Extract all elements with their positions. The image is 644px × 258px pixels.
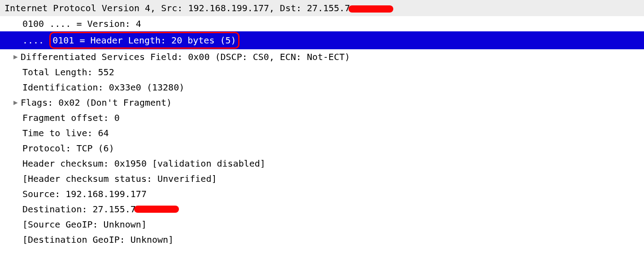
field-source-geoip-text: [Source GeoIP: Unknown]	[22, 217, 147, 232]
field-total-length[interactable]: Total Length: 552	[0, 64, 644, 80]
field-protocol-text: Protocol: TCP (6)	[22, 141, 114, 155]
field-dsf-text: Differentiated Services Field: 0x00 (DSC…	[21, 50, 350, 64]
field-checksum-status[interactable]: [Header checksum status: Unverified]	[0, 171, 644, 186]
protocol-header-row[interactable]: Internet Protocol Version 4, Src: 192.16…	[0, 0, 644, 16]
field-source-text: Source: 192.168.199.177	[22, 187, 147, 201]
field-dsf[interactable]: ▶ Differentiated Services Field: 0x00 (D…	[0, 49, 644, 64]
field-destination[interactable]: Destination: 27.155.7	[0, 202, 644, 217]
field-total-length-text: Total Length: 552	[22, 65, 114, 79]
field-checksum[interactable]: Header checksum: 0x1950 [validation disa…	[0, 156, 644, 171]
expand-icon[interactable]: ▶	[13, 97, 20, 108]
field-flags-text: Flags: 0x02 (Don't Fragment)	[21, 95, 172, 110]
redaction-mark	[348, 5, 393, 13]
field-checksum-status-text: [Header checksum status: Unverified]	[22, 172, 217, 186]
field-header-length[interactable]: .... 0101 = Header Length: 20 bytes (5)	[0, 31, 644, 49]
field-dest-geoip-text: [Destination GeoIP: Unknown]	[22, 232, 174, 247]
field-version-text: 0100 .... = Version: 4	[22, 17, 141, 31]
protocol-header-text: Internet Protocol Version 4, Src: 192.16…	[4, 3, 350, 13]
field-source[interactable]: Source: 192.168.199.177	[0, 186, 644, 202]
highlight-box: 0101 = Header Length: 20 bytes (5)	[49, 32, 239, 49]
field-version[interactable]: 0100 .... = Version: 4	[0, 16, 644, 31]
field-identification[interactable]: Identification: 0x33e0 (13280)	[0, 80, 644, 95]
field-checksum-text: Header checksum: 0x1950 [validation disa…	[22, 156, 265, 171]
field-ttl[interactable]: Time to live: 64	[0, 125, 644, 141]
field-flags[interactable]: ▶ Flags: 0x02 (Don't Fragment)	[0, 95, 644, 110]
field-dest-geoip[interactable]: [Destination GeoIP: Unknown]	[0, 232, 644, 247]
field-destination-text: Destination: 27.155.7	[22, 202, 136, 216]
field-header-length-prefix: ....	[22, 35, 44, 46]
field-ttl-text: Time to live: 64	[22, 126, 109, 140]
field-fragment-offset[interactable]: Fragment offset: 0	[0, 110, 644, 125]
field-protocol[interactable]: Protocol: TCP (6)	[0, 141, 644, 156]
redaction-mark	[134, 206, 179, 213]
field-fragment-offset-text: Fragment offset: 0	[22, 111, 120, 125]
expand-icon[interactable]: ▶	[13, 51, 20, 63]
field-identification-text: Identification: 0x33e0 (13280)	[22, 80, 184, 95]
field-source-geoip[interactable]: [Source GeoIP: Unknown]	[0, 217, 644, 232]
field-header-length-text: 0101 = Header Length: 20 bytes (5)	[52, 35, 236, 46]
